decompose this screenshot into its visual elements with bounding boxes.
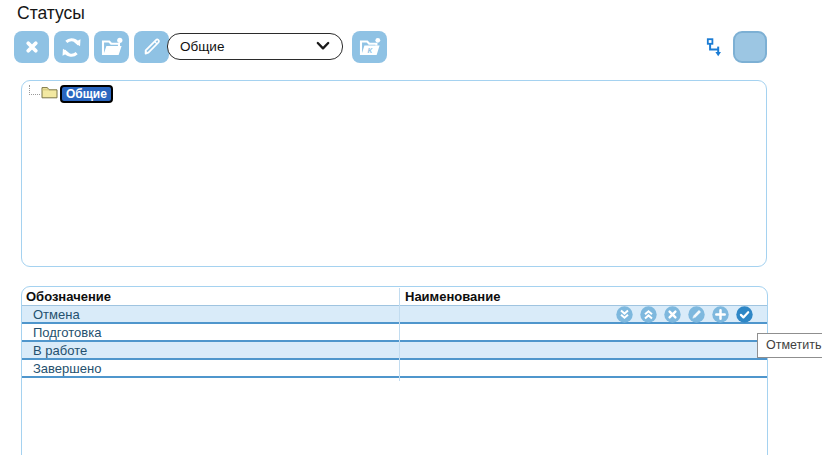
x-icon xyxy=(22,37,42,57)
square-blank-button[interactable] xyxy=(733,31,767,63)
cell-designation: Подготовка xyxy=(33,325,101,340)
x-icon xyxy=(664,306,681,323)
cell-designation: Завершено xyxy=(33,361,101,376)
table-row-podgotovka[interactable]: Подготовка xyxy=(22,324,767,342)
pencil-icon xyxy=(688,306,705,323)
statuses-table: Обозначение Наименование Отмена xyxy=(21,286,768,455)
new-folder-button[interactable] xyxy=(94,31,129,63)
delete-row-button[interactable] xyxy=(664,306,681,323)
pencil-icon xyxy=(141,36,163,58)
chevron-down-icon xyxy=(316,39,330,54)
tree-branch-button[interactable] xyxy=(705,36,727,60)
mark-button[interactable] xyxy=(736,306,753,323)
edit-button[interactable] xyxy=(134,31,169,63)
refresh-icon xyxy=(60,36,83,59)
table-row-v-rabote[interactable]: В работе xyxy=(22,342,767,360)
row-actions xyxy=(616,306,753,323)
table-header: Обозначение Наименование xyxy=(22,288,767,306)
column-header-name[interactable]: Наименование xyxy=(405,289,500,304)
add-row-button[interactable] xyxy=(712,306,729,323)
column-header-designation[interactable]: Обозначение xyxy=(26,289,111,304)
tree-item-label: Общие xyxy=(60,85,113,103)
page-title: Статусы xyxy=(17,3,85,24)
plus-icon xyxy=(712,306,729,323)
tooltip: Отметить xyxy=(757,333,822,358)
chevron-double-down-icon xyxy=(616,306,633,323)
folder-k-button[interactable]: К xyxy=(352,31,387,63)
chevron-double-up-icon xyxy=(640,306,657,323)
folder-k-icon: К xyxy=(358,36,382,58)
move-down-button[interactable] xyxy=(616,306,633,323)
group-select[interactable]: Общие xyxy=(167,33,343,60)
table-row-otmena[interactable]: Отмена xyxy=(22,306,767,324)
tree-elbow-connector xyxy=(29,85,40,95)
cell-designation: Отмена xyxy=(33,307,80,322)
delete-button[interactable] xyxy=(14,31,49,63)
folder-add-icon xyxy=(100,36,124,58)
tree-branch-icon xyxy=(705,46,727,63)
group-select-value: Общие xyxy=(180,39,316,54)
tree-panel: Общие xyxy=(21,80,767,267)
check-icon xyxy=(736,306,753,323)
move-up-button[interactable] xyxy=(640,306,657,323)
table-row-zaversheno[interactable]: Завершено xyxy=(22,360,767,378)
refresh-button[interactable] xyxy=(54,31,89,63)
column-divider xyxy=(399,288,400,381)
statuses-window: Статусы xyxy=(0,0,822,455)
edit-row-button[interactable] xyxy=(688,306,705,323)
cell-designation: В работе xyxy=(33,343,87,358)
tree-item-obshchie[interactable]: Общие xyxy=(29,85,113,103)
folder-icon xyxy=(41,85,58,103)
